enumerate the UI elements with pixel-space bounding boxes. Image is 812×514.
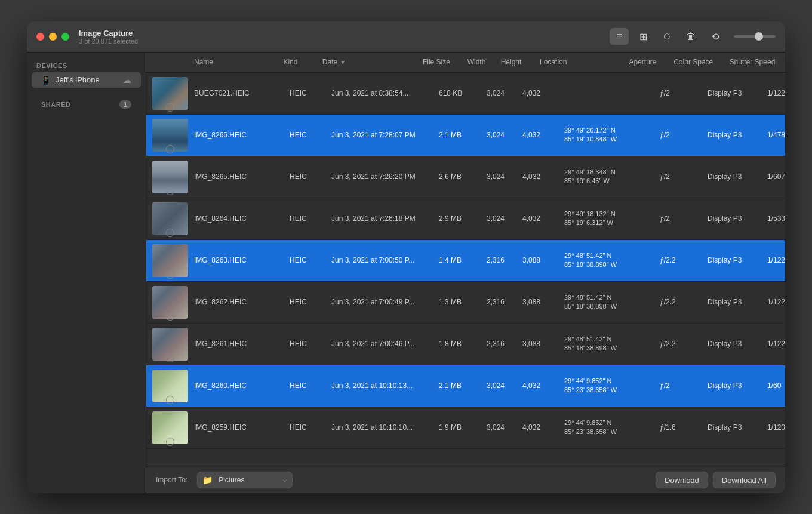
toolbar-right: ≡ ⊞ ☺ 🗑 ⟲ xyxy=(610,28,776,45)
file-colorspace: Display P3 xyxy=(708,131,767,139)
close-button[interactable] xyxy=(36,33,44,41)
download-button[interactable]: Download xyxy=(656,472,708,488)
window-title: Image Capture xyxy=(79,29,610,38)
fullscreen-button[interactable] xyxy=(61,33,69,41)
list-view-button[interactable]: ≡ xyxy=(610,28,629,45)
file-thumbnail xyxy=(146,407,194,448)
file-size: 2.1 MB xyxy=(439,131,487,139)
file-name: IMG_8266.HEIC xyxy=(194,131,290,139)
phone-icon: 📱 xyxy=(41,75,51,85)
table-row[interactable]: IMG_8266.HEIC HEIC Jun 3, 2021 at 7:28:0… xyxy=(146,115,785,156)
file-height: 4,032 xyxy=(522,173,564,181)
file-kind: HEIC xyxy=(290,423,331,432)
device-name: Jeff's iPhone xyxy=(56,75,118,84)
select-radio[interactable] xyxy=(166,145,174,153)
file-kind: HEIC xyxy=(290,256,331,264)
file-aperture: ƒ/2.2 xyxy=(660,298,708,306)
minimize-button[interactable] xyxy=(49,33,57,41)
zoom-slider-thumb[interactable] xyxy=(755,32,763,41)
file-name: IMG_8265.HEIC xyxy=(194,173,290,181)
file-date: Jun 3, 2021 at 7:00:49 P... xyxy=(331,298,439,306)
devices-section-label: DEVICES xyxy=(27,60,146,72)
select-radio[interactable] xyxy=(166,396,174,404)
face-detection-button[interactable]: ☺ xyxy=(657,28,676,45)
file-kind: HEIC xyxy=(290,381,331,390)
file-date: Jun 3, 2021 at 7:00:46 P... xyxy=(331,340,439,348)
download-all-button[interactable]: Download All xyxy=(713,472,776,488)
file-location: 29° 49' 18.348" N85° 19' 6.45" W xyxy=(564,168,660,186)
grid-icon: ⊞ xyxy=(639,31,647,42)
table-row[interactable]: IMG_8259.HEIC HEIC Jun 3, 2021 at 10:10:… xyxy=(146,407,785,449)
file-name: IMG_8263.HEIC xyxy=(194,256,290,264)
import-to-label: Import To: xyxy=(156,476,187,484)
table-row[interactable]: IMG_8261.HEIC HEIC Jun 3, 2021 at 7:00:4… xyxy=(146,324,785,365)
col-header-filesize[interactable]: File Size xyxy=(423,58,467,66)
select-radio[interactable] xyxy=(166,270,174,279)
file-width: 2,316 xyxy=(487,298,522,306)
rotate-button[interactable]: ⟲ xyxy=(705,28,724,45)
table-row[interactable]: IMG_8260.HEIC HEIC Jun 3, 2021 at 10:10:… xyxy=(146,365,785,407)
status-bar: Import To: 📁 Pictures Download Download … xyxy=(146,467,785,493)
file-thumbnail xyxy=(146,114,194,156)
traffic-lights xyxy=(36,33,69,41)
file-panel: Name Kind Date ▼ File Size Width Height … xyxy=(146,53,785,493)
col-header-kind[interactable]: Kind xyxy=(283,58,322,66)
select-radio[interactable] xyxy=(166,103,174,112)
col-header-width[interactable]: Width xyxy=(467,58,501,66)
file-thumbnail xyxy=(146,365,194,407)
file-date: Jun 3, 2021 at 7:26:18 PM xyxy=(331,214,439,223)
col-header-shutter[interactable]: Shutter Speed xyxy=(730,58,785,66)
col-header-date[interactable]: Date ▼ xyxy=(322,58,423,66)
file-height: 4,032 xyxy=(522,214,564,223)
table-row[interactable]: BUEG7021.HEIC HEIC Jun 3, 2021 at 8:38:5… xyxy=(146,73,785,115)
file-aperture: ƒ/1.6 xyxy=(660,423,708,432)
select-radio[interactable] xyxy=(166,312,174,321)
file-name: IMG_8261.HEIC xyxy=(194,340,290,348)
file-data: IMG_8259.HEIC HEIC Jun 3, 2021 at 10:10:… xyxy=(194,418,785,437)
delete-button[interactable]: 🗑 xyxy=(681,28,700,45)
file-shutterspeed: 1/122 xyxy=(767,256,785,264)
file-shutterspeed: 1/122 xyxy=(767,89,785,97)
file-date: Jun 3, 2021 at 10:10:10... xyxy=(331,423,439,432)
sidebar-item-iphone[interactable]: 📱 Jeff's iPhone ☁ xyxy=(32,72,141,88)
file-kind: HEIC xyxy=(290,131,331,139)
file-aperture: ƒ/2.2 xyxy=(660,256,708,264)
file-colorspace: Display P3 xyxy=(708,173,767,181)
select-radio[interactable] xyxy=(166,229,174,237)
col-header-colorspace[interactable]: Color Space xyxy=(673,58,729,66)
table-row[interactable]: IMG_8262.HEIC HEIC Jun 3, 2021 at 7:00:4… xyxy=(146,282,785,324)
file-location: 29° 49' 18.132" N85° 19' 6.312" W xyxy=(564,210,660,228)
file-shutterspeed: 1/60 xyxy=(767,381,785,390)
file-size: 1.9 MB xyxy=(439,423,487,432)
file-size: 1.8 MB xyxy=(439,340,487,348)
file-date: Jun 3, 2021 at 8:38:54... xyxy=(331,89,439,97)
grid-view-button[interactable]: ⊞ xyxy=(633,28,653,45)
import-folder-select[interactable]: 📁 Pictures xyxy=(197,472,293,488)
file-width: 3,024 xyxy=(487,214,522,223)
file-name: BUEG7021.HEIC xyxy=(194,89,290,97)
file-colorspace: Display P3 xyxy=(708,89,767,97)
table-row[interactable]: IMG_8265.HEIC HEIC Jun 3, 2021 at 7:26:2… xyxy=(146,156,785,198)
file-size: 2.9 MB xyxy=(439,214,487,223)
table-row[interactable]: IMG_8264.HEIC HEIC Jun 3, 2021 at 7:26:1… xyxy=(146,198,785,240)
window-subtitle: 3 of 20,871 selected xyxy=(79,38,610,45)
col-header-aperture[interactable]: Aperture xyxy=(629,58,673,66)
file-shutterspeed: 1/4785 xyxy=(767,131,785,139)
select-radio[interactable] xyxy=(166,354,174,362)
col-header-name[interactable]: Name xyxy=(194,58,283,66)
zoom-slider-track[interactable] xyxy=(734,35,776,38)
col-header-location[interactable]: Location xyxy=(540,58,629,66)
file-thumbnail xyxy=(146,239,194,281)
file-width: 3,024 xyxy=(487,131,522,139)
select-radio[interactable] xyxy=(166,438,174,446)
file-kind: HEIC xyxy=(290,298,331,306)
file-aperture: ƒ/2 xyxy=(660,131,708,139)
file-width: 2,316 xyxy=(487,340,522,348)
col-header-height[interactable]: Height xyxy=(501,58,540,66)
file-height: 4,032 xyxy=(522,423,564,432)
file-kind: HEIC xyxy=(290,340,331,348)
file-data: IMG_8265.HEIC HEIC Jun 3, 2021 at 7:26:2… xyxy=(194,168,785,186)
select-radio[interactable] xyxy=(166,187,174,195)
table-row[interactable]: IMG_8263.HEIC HEIC Jun 3, 2021 at 7:00:5… xyxy=(146,240,785,282)
file-location: 29° 44' 9.852" N85° 23' 38.658" W xyxy=(564,418,660,437)
